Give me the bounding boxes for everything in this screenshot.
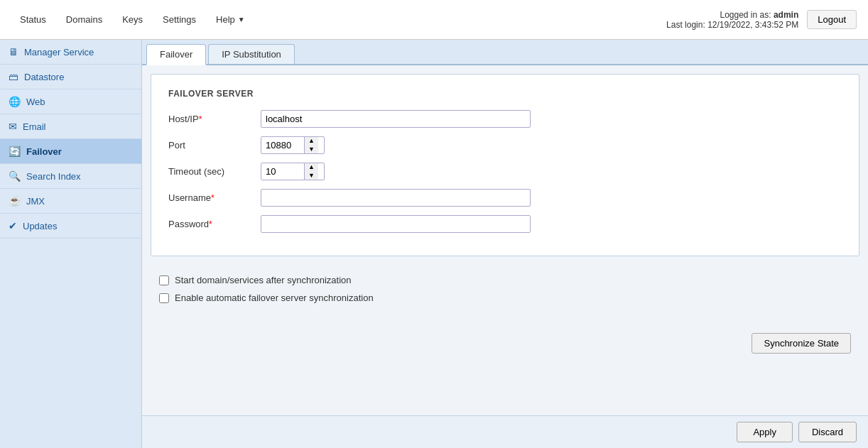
sidebar-item-search-index[interactable]: 🔍 Search Index	[0, 164, 141, 189]
port-increment-button[interactable]: ▲	[305, 137, 318, 146]
sidebar-item-failover[interactable]: 🔄 Failover	[0, 139, 141, 164]
sidebar-label-updates: Updates	[23, 221, 57, 231]
username-row: Username*	[168, 189, 842, 207]
search-index-icon: 🔍	[9, 170, 21, 182]
timeout-increment-button[interactable]: ▲	[305, 163, 318, 172]
sidebar-label-jmx: JMX	[26, 196, 45, 207]
top-navigation: Status Domains Keys Settings Help ▼ Logg…	[0, 0, 868, 40]
status-link[interactable]: Status	[11, 10, 55, 29]
apply-button[interactable]: Apply	[737, 422, 793, 442]
sync-btn-row: Synchronize State	[142, 327, 868, 359]
failover-icon: 🔄	[9, 146, 21, 157]
sidebar-label-email: Email	[23, 121, 46, 132]
port-input[interactable]	[261, 137, 304, 153]
domains-link[interactable]: Domains	[58, 10, 111, 29]
timeout-spinner-buttons: ▲ ▼	[304, 163, 318, 180]
port-row: Port ▲ ▼	[168, 136, 842, 154]
timeout-row: Timeout (sec) ▲ ▼	[168, 163, 842, 180]
main-layout: 🖥 Manager Service 🗃 Datastore 🌐 Web ✉ Em…	[0, 40, 868, 448]
bottom-bar: Apply Discard	[142, 415, 868, 448]
manager-service-icon: 🖥	[9, 46, 18, 58]
auto-failover-checkbox[interactable]	[159, 293, 169, 303]
sidebar-label-web: Web	[26, 97, 45, 107]
card-title: FAILOVER SERVER	[168, 89, 842, 99]
port-spinner: ▲ ▼	[261, 136, 325, 154]
password-row: Password*	[168, 215, 842, 233]
email-icon: ✉	[9, 121, 17, 132]
port-spinner-buttons: ▲ ▼	[304, 137, 318, 153]
sidebar-item-datastore[interactable]: 🗃 Datastore	[0, 65, 141, 89]
keys-link[interactable]: Keys	[114, 10, 151, 29]
sidebar-label-datastore: Datastore	[24, 72, 64, 82]
start-domain-label: Start domain/services after synchronizat…	[175, 275, 352, 285]
port-label: Port	[168, 140, 261, 151]
host-row: Host/IP*	[168, 110, 842, 128]
password-label: Password*	[168, 219, 261, 229]
auto-failover-label: Enable automatic failover server synchro…	[175, 293, 374, 303]
password-required-star: *	[209, 219, 212, 229]
timeout-decrement-button[interactable]: ▼	[305, 172, 318, 180]
username-label: Username*	[168, 192, 261, 203]
web-icon: 🌐	[9, 96, 21, 107]
last-login-value: 12/19/2022, 3:43:52 PM	[707, 20, 798, 30]
timeout-label: Timeout (sec)	[168, 166, 261, 177]
sidebar-item-jmx[interactable]: ☕ JMX	[0, 189, 141, 214]
host-input[interactable]	[261, 110, 531, 128]
checkbox-start-domain-row: Start domain/services after synchronizat…	[159, 275, 851, 285]
updates-icon: ✔	[9, 220, 17, 231]
timeout-spinner: ▲ ▼	[261, 163, 325, 180]
start-domain-checkbox[interactable]	[159, 275, 169, 285]
discard-button[interactable]: Discard	[798, 422, 857, 442]
settings-link[interactable]: Settings	[154, 10, 205, 29]
username-required-star: *	[211, 193, 215, 203]
synchronize-state-button[interactable]: Synchronize State	[752, 333, 851, 354]
sidebar: 🖥 Manager Service 🗃 Datastore 🌐 Web ✉ Em…	[0, 40, 142, 448]
sidebar-label-search-index: Search Index	[26, 171, 81, 182]
password-input[interactable]	[261, 215, 531, 233]
content-area: Failover IP Substitution FAILOVER SERVER…	[142, 40, 868, 448]
last-login-label: Last login:	[666, 20, 705, 30]
sidebar-item-updates[interactable]: ✔ Updates	[0, 214, 141, 239]
sidebar-label-manager-service: Manager Service	[24, 47, 94, 58]
user-area: Logged in as: admin Last login: 12/19/20…	[666, 10, 857, 30]
failover-server-card: FAILOVER SERVER Host/IP* Port ▲ ▼	[151, 74, 859, 256]
timeout-input[interactable]	[261, 163, 304, 180]
sidebar-item-email[interactable]: ✉ Email	[0, 114, 141, 139]
username: admin	[774, 10, 798, 20]
checkbox-auto-failover-row: Enable automatic failover server synchro…	[159, 293, 851, 303]
sidebar-label-failover: Failover	[26, 146, 62, 157]
tab-ip-substitution[interactable]: IP Substitution	[208, 44, 295, 64]
host-label: Host/IP*	[168, 114, 261, 124]
chevron-down-icon: ▼	[238, 16, 245, 23]
help-link[interactable]: Help ▼	[207, 10, 254, 29]
user-info: Logged in as: admin Last login: 12/19/20…	[666, 10, 798, 30]
logged-in-label: Logged in as:	[720, 10, 773, 20]
tab-failover[interactable]: Failover	[146, 44, 206, 65]
port-decrement-button[interactable]: ▼	[305, 146, 318, 154]
sidebar-item-manager-service[interactable]: 🖥 Manager Service	[0, 40, 141, 65]
sidebar-item-web[interactable]: 🌐 Web	[0, 89, 141, 114]
jmx-icon: ☕	[9, 195, 21, 207]
nav-links: Status Domains Keys Settings Help ▼	[11, 10, 254, 29]
checkboxes-section: Start domain/services after synchronizat…	[142, 265, 868, 313]
logout-button[interactable]: Logout	[807, 10, 857, 29]
datastore-icon: 🗃	[9, 71, 18, 82]
required-star: *	[199, 114, 202, 124]
username-input[interactable]	[261, 189, 531, 207]
tabs-bar: Failover IP Substitution	[142, 40, 868, 65]
main-content: FAILOVER SERVER Host/IP* Port ▲ ▼	[142, 65, 868, 415]
